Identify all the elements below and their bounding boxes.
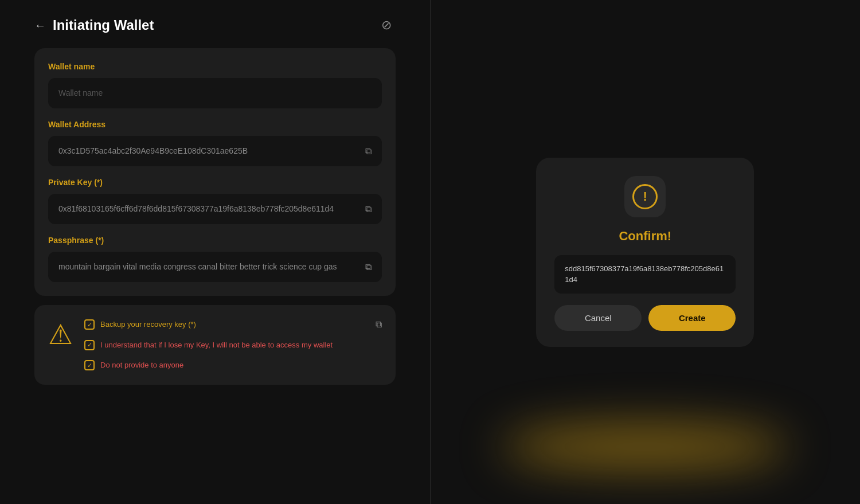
settings-icon[interactable]: ⊘ xyxy=(377,16,396,34)
checklist: Backup your recovery key (*) ⧉ I underst… xyxy=(84,319,382,371)
wallet-address-group: Wallet Address 0x3c1D575ac4abc2f30Ae94B9… xyxy=(48,120,382,166)
private-key-group: Private Key (*) 0x81f68103165f6cff6d78f6… xyxy=(48,178,382,224)
private-key-box[interactable]: 0x81f68103165f6cff6d78f6dd815f67308377a1… xyxy=(48,194,382,224)
checkbox-1[interactable] xyxy=(84,340,95,350)
page-title: Initiating Wallet xyxy=(53,17,154,33)
cancel-button[interactable]: Cancel xyxy=(554,305,642,331)
check-item-0-left: Backup your recovery key (*) xyxy=(84,319,196,330)
check-text-2: Do not provide to anyone xyxy=(100,360,183,371)
checkbox-2[interactable] xyxy=(84,360,95,370)
check-item-0: Backup your recovery key (*) ⧉ xyxy=(84,319,382,330)
wallet-name-label: Wallet name xyxy=(48,62,382,71)
modal-key-preview: sdd815f67308377a19f6a8138eb778fc205d8e61… xyxy=(554,255,736,294)
wallet-address-box[interactable]: 0x3c1D575ac4abc2f30Ae94B9ceE108dC301ae62… xyxy=(48,136,382,166)
modal-icon-wrap: ! xyxy=(624,176,666,217)
private-key-label: Private Key (*) xyxy=(48,178,382,187)
wallet-name-placeholder: Wallet name xyxy=(58,87,372,99)
check-text-1: I understand that if I lose my Key, I wi… xyxy=(100,339,333,351)
warning-icon-wrap: ⚠ xyxy=(48,321,73,349)
check-text-0: Backup your recovery key (*) xyxy=(100,319,196,330)
main-card: Wallet name Wallet name Wallet Address 0… xyxy=(34,48,396,296)
wallet-address-value: 0x3c1D575ac4abc2f30Ae94B9ceE108dC301ae62… xyxy=(58,145,358,157)
confirm-modal: ! Confirm! sdd815f67308377a19f6a8138eb77… xyxy=(536,158,754,347)
check-item-1: I understand that if I lose my Key, I wi… xyxy=(84,339,382,351)
glow-background xyxy=(502,424,788,470)
warning-triangle-icon: ⚠ xyxy=(48,319,73,350)
check-item-2: Do not provide to anyone xyxy=(84,360,382,371)
passphrase-value: mountain bargain vital media congress ca… xyxy=(58,261,358,273)
passphrase-label: Passphrase (*) xyxy=(48,236,382,245)
checkbox-0[interactable] xyxy=(84,319,95,330)
modal-title: Confirm! xyxy=(619,229,671,244)
copy-recovery-icon[interactable]: ⧉ xyxy=(376,319,382,330)
passphrase-box[interactable]: mountain bargain vital media congress ca… xyxy=(48,252,382,282)
exclamation-icon: ! xyxy=(632,184,658,209)
modal-buttons: Cancel Create xyxy=(554,305,736,331)
copy-address-icon[interactable]: ⧉ xyxy=(365,146,372,157)
wallet-address-label: Wallet Address xyxy=(48,120,382,129)
left-panel: ← Initiating Wallet ⊘ Wallet name Wallet… xyxy=(0,0,430,504)
header-left: ← Initiating Wallet xyxy=(34,17,154,33)
wallet-name-input[interactable]: Wallet name xyxy=(48,78,382,108)
header: ← Initiating Wallet ⊘ xyxy=(34,0,396,48)
back-button[interactable]: ← xyxy=(34,19,46,32)
private-key-value: 0x81f68103165f6cff6d78f6dd815f67308377a1… xyxy=(58,203,358,215)
create-button[interactable]: Create xyxy=(648,305,736,331)
copy-key-icon[interactable]: ⧉ xyxy=(365,204,372,214)
right-panel: ! Confirm! sdd815f67308377a19f6a8138eb77… xyxy=(431,0,860,504)
wallet-name-group: Wallet name Wallet name xyxy=(48,62,382,108)
passphrase-group: Passphrase (*) mountain bargain vital me… xyxy=(48,236,382,282)
warning-card: ⚠ Backup your recovery key (*) ⧉ I under… xyxy=(34,305,396,385)
copy-passphrase-icon[interactable]: ⧉ xyxy=(365,262,372,272)
